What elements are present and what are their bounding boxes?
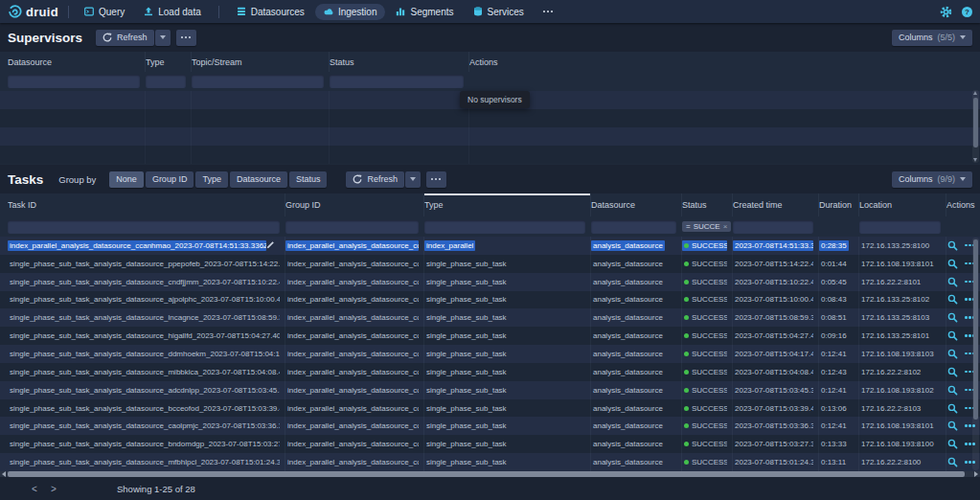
datasource-cell[interactable]: analysis_datasource: [591, 363, 682, 381]
scrollbar-thumb[interactable]: [973, 98, 978, 148]
created-time-cell[interactable]: 2023-07-08T15:01:24.355Z: [733, 453, 819, 471]
task-id-cell[interactable]: single_phase_sub_task_analysis_datasourc…: [8, 399, 285, 418]
group-id-cell[interactable]: index_parallel_analysis_datasource_ccanh…: [285, 327, 424, 345]
location-filter-input[interactable]: [859, 220, 941, 234]
status-cell[interactable]: SUCCESS: [682, 345, 733, 363]
gear-icon[interactable]: [940, 6, 952, 18]
task-row[interactable]: single_phase_sub_task_analysis_datasourc…: [0, 435, 980, 453]
nav-item-load-data[interactable]: Load data: [135, 4, 210, 20]
group-id-cell[interactable]: index_parallel_analysis_datasource_ccanh…: [285, 399, 424, 418]
prev-page-button[interactable]: <: [25, 484, 44, 494]
location-cell[interactable]: 172.16.22.2:8103: [859, 399, 946, 418]
task-row[interactable]: single_phase_sub_task_analysis_datasourc…: [0, 345, 980, 363]
task-id-cell[interactable]: single_phase_sub_task_analysis_datasourc…: [8, 435, 285, 453]
task-id-cell[interactable]: single_phase_sub_task_analysis_datasourc…: [8, 345, 285, 363]
datasource-cell[interactable]: analysis_datasource: [591, 435, 682, 453]
status-filter-tag[interactable]: = SUCCE ×: [682, 221, 731, 232]
task-row[interactable]: index_parallel_analysis_datasource_ccanh…: [0, 237, 980, 255]
task-row[interactable]: single_phase_sub_task_analysis_datasourc…: [0, 291, 980, 309]
group-id-cell[interactable]: index_parallel_analysis_datasource_ccanh…: [285, 308, 424, 327]
created-time-cell[interactable]: 2023-07-08T15:10:22.440Z: [733, 273, 819, 291]
datasource-cell[interactable]: analysis_datasource: [591, 291, 682, 309]
type-cell[interactable]: single_phase_sub_task: [424, 273, 591, 291]
location-cell[interactable]: 172.16.108.193:8101: [859, 255, 946, 273]
magnifier-icon[interactable]: [947, 349, 958, 359]
group-id-cell[interactable]: index_parallel_analysis_datasource_ccanh…: [285, 345, 424, 363]
created-time-cell[interactable]: 2023-07-08T15:04:08.408Z: [733, 363, 819, 381]
task-id-cell[interactable]: single_phase_sub_task_analysis_datasourc…: [8, 255, 285, 273]
type-cell[interactable]: single_phase_sub_task: [424, 308, 591, 327]
status-cell[interactable]: SUCCESS: [682, 399, 733, 418]
th-duration[interactable]: Duration: [819, 193, 859, 216]
nav-item-segments[interactable]: Segments: [387, 4, 462, 20]
location-cell[interactable]: 172.16.133.25:8101: [859, 327, 946, 345]
group-id-cell[interactable]: index_parallel_analysis_datasource_ccanh…: [285, 273, 424, 291]
type-cell[interactable]: single_phase_sub_task: [424, 453, 591, 471]
supervisors-columns-button[interactable]: Columns (5/5): [892, 30, 972, 46]
th-datasource[interactable]: Datasource: [591, 193, 682, 216]
datasource-cell[interactable]: analysis_datasource: [591, 308, 682, 327]
duration-cell[interactable]: 0:05:45: [819, 273, 859, 291]
group-by-type-button[interactable]: Type: [195, 171, 228, 188]
th-group-id[interactable]: Group ID: [285, 193, 424, 216]
magnifier-icon[interactable]: [947, 277, 958, 287]
location-cell[interactable]: 172.16.22.2:8102: [859, 363, 946, 381]
supervisors-refresh-caret-button[interactable]: [155, 30, 171, 46]
scrollbar-thumb[interactable]: [973, 239, 978, 420]
duration-cell[interactable]: 0:12:41: [819, 417, 859, 435]
task-id-cell[interactable]: index_parallel_analysis_datasource_ccanh…: [8, 237, 285, 255]
task-row[interactable]: single_phase_sub_task_analysis_datasourc…: [0, 417, 980, 435]
datasource-filter-input[interactable]: [591, 220, 676, 234]
created-time-cell[interactable]: 2023-07-08T15:08:59.398Z: [733, 308, 819, 327]
nav-item-ingestion[interactable]: Ingestion: [315, 4, 386, 20]
duration-cell[interactable]: 0:13:06: [819, 399, 859, 418]
task-id-cell[interactable]: single_phase_sub_task_analysis_datasourc…: [8, 291, 285, 309]
supervisors-refresh-button[interactable]: Refresh: [96, 30, 154, 46]
datasource-cell[interactable]: analysis_datasource: [591, 237, 682, 255]
supervisors-vertical-scrollbar[interactable]: [972, 90, 979, 163]
status-cell[interactable]: SUCCESS: [682, 381, 733, 399]
created-time-cell[interactable]: 2023-07-08T15:03:39.408Z: [733, 399, 819, 418]
created-time-filter-input[interactable]: [733, 220, 813, 234]
task-row[interactable]: single_phase_sub_task_analysis_datasourc…: [0, 399, 980, 418]
magnifier-icon[interactable]: [947, 259, 958, 269]
magnifier-icon[interactable]: [947, 294, 958, 305]
duration-cell[interactable]: 0:12:41: [819, 381, 859, 399]
status-cell[interactable]: SUCCESS: [682, 435, 733, 453]
nav-item-services[interactable]: Services: [465, 4, 533, 20]
group-id-cell[interactable]: index_parallel_analysis_datasource_ccanh…: [285, 453, 424, 471]
created-time-cell[interactable]: 2023-07-08T15:14:22.435Z: [733, 255, 819, 273]
task-id-cell[interactable]: single_phase_sub_task_analysis_datasourc…: [8, 308, 285, 327]
type-cell[interactable]: single_phase_sub_task: [424, 435, 591, 453]
task-row[interactable]: single_phase_sub_task_analysis_datasourc…: [0, 273, 980, 291]
created-time-cell[interactable]: 2023-07-08T14:51:33.339Z: [733, 237, 819, 255]
location-cell[interactable]: 172.16.22.2:8100: [859, 453, 946, 471]
th-status[interactable]: Status: [330, 52, 469, 72]
th-status[interactable]: Status: [682, 193, 733, 216]
type-cell[interactable]: single_phase_sub_task: [424, 327, 591, 345]
th-type[interactable]: Type: [146, 52, 192, 72]
location-cell[interactable]: 172.16.108.193:8101: [859, 417, 946, 435]
group-id-cell[interactable]: index_parallel_analysis_datasource_ccanh…: [285, 435, 424, 453]
magnifier-icon[interactable]: [947, 385, 958, 396]
task-id-cell[interactable]: single_phase_sub_task_analysis_datasourc…: [8, 417, 285, 435]
nav-item-query[interactable]: Query: [76, 4, 133, 20]
type-cell[interactable]: single_phase_sub_task: [424, 363, 591, 381]
next-page-button[interactable]: >: [44, 484, 63, 494]
th-topic-stream[interactable]: Topic/Stream: [192, 52, 330, 72]
scroll-down-icon[interactable]: [973, 158, 977, 162]
tasks-more-button[interactable]: [426, 171, 446, 188]
task-id-cell[interactable]: single_phase_sub_task_analysis_datasourc…: [8, 453, 285, 471]
pencil-icon[interactable]: [266, 240, 275, 251]
group-by-datasource-button[interactable]: Datasource: [230, 171, 287, 188]
datasource-cell[interactable]: analysis_datasource: [591, 381, 682, 399]
task-id-filter-input[interactable]: [8, 220, 280, 234]
task-id-cell[interactable]: single_phase_sub_task_analysis_datasourc…: [8, 273, 285, 291]
remove-filter-icon[interactable]: ×: [723, 222, 728, 231]
magnifier-icon[interactable]: [947, 312, 958, 323]
type-cell[interactable]: single_phase_sub_task: [424, 345, 591, 363]
group-id-cell[interactable]: index_parallel_analysis_datasource_ccanh…: [285, 291, 424, 309]
th-type[interactable]: Type: [424, 193, 591, 216]
group-id-cell[interactable]: index_parallel_analysis_datasource_ccanh…: [285, 417, 424, 435]
duration-cell[interactable]: 0:09:16: [819, 327, 859, 345]
